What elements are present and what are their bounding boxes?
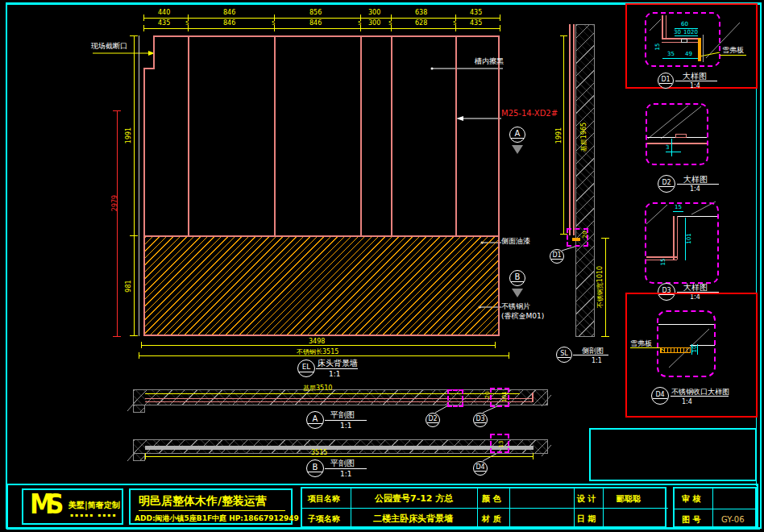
dim-text: 101 bbox=[502, 391, 508, 401]
detail-line bbox=[662, 38, 699, 39]
dim-text: 440 bbox=[158, 10, 170, 16]
detail-4-region bbox=[657, 310, 716, 377]
table-line bbox=[712, 488, 713, 530]
side-section-title-scale: 1:1 bbox=[592, 358, 602, 364]
plan-a-board bbox=[145, 398, 534, 399]
dim-text: 300 bbox=[368, 10, 380, 16]
dim-text: 5 bbox=[358, 21, 361, 27]
detail-line bbox=[662, 42, 699, 43]
plan-b-title-name: 平剖图 bbox=[330, 459, 355, 468]
panel-step-h bbox=[143, 68, 155, 69]
label-board: 雪弗板 bbox=[630, 340, 652, 347]
table-line bbox=[351, 488, 351, 530]
dim-text: 20 bbox=[691, 30, 698, 35]
dim-tick bbox=[130, 235, 138, 236]
field-project-label: 项目名称 bbox=[308, 495, 340, 503]
dim-line bbox=[671, 139, 672, 156]
logo-box: MS 美墅|简奢定制 ▪▪▪▪▪ ▪▪▪▪ bbox=[22, 488, 123, 525]
side-section-line bbox=[573, 24, 575, 235]
dim-tick bbox=[141, 342, 142, 348]
notes-box bbox=[589, 428, 757, 481]
panel-right bbox=[498, 35, 500, 336]
panel-step-v bbox=[153, 35, 155, 69]
detail-line bbox=[677, 216, 678, 260]
label-site-opening: 现场截断口 bbox=[91, 43, 127, 50]
dim-text: 300 bbox=[368, 20, 380, 27]
label-steel-sheet-2: (香槟金M01) bbox=[501, 313, 544, 320]
detail-4-scale: 1:4 bbox=[682, 399, 692, 405]
dim-text-total: 2979 bbox=[112, 195, 118, 211]
detail-2-name: 大样图 bbox=[683, 176, 708, 184]
title-underline bbox=[573, 355, 608, 355]
table-line bbox=[477, 488, 478, 530]
elevation-title-scale: 1:1 bbox=[329, 371, 340, 378]
callout-bubble-d2: D2 bbox=[426, 413, 440, 427]
dim-text: 35 bbox=[667, 52, 675, 57]
plan-b-title-scale: 1:1 bbox=[340, 471, 351, 478]
detail-steel-strip bbox=[698, 38, 701, 61]
dim-text: 638 bbox=[415, 10, 427, 16]
dim-text: 3 bbox=[666, 145, 669, 151]
field-fig-value: GY-06 bbox=[721, 516, 745, 524]
field-color-label: 颜 色 bbox=[482, 495, 500, 503]
dim-tick bbox=[500, 25, 500, 31]
side-section-line bbox=[569, 24, 571, 235]
detail-2-bubble: D2 bbox=[658, 175, 675, 193]
detail-line bbox=[658, 324, 714, 325]
fields-table: 项目名称 公园壹号7-12 方总 颜 色 设 计 郦聪聪 子项名称 二楼主卧床头… bbox=[301, 487, 666, 528]
detail-clip bbox=[675, 134, 687, 138]
dim-text: 15 bbox=[675, 205, 682, 210]
dim-text: 15 bbox=[655, 44, 661, 51]
dim-text: 846 bbox=[223, 20, 235, 27]
dim-text: 101 bbox=[687, 233, 692, 243]
panel-mullion bbox=[274, 37, 276, 235]
field-sub-value: 二楼主卧床头背景墙 bbox=[373, 514, 453, 523]
panel-mullion bbox=[360, 37, 362, 235]
callout-bubble-d4: D4 bbox=[473, 461, 488, 476]
dim-text: 435 bbox=[158, 20, 170, 27]
field-project-value: 公园壹号7-12 方总 bbox=[375, 494, 453, 503]
dim-text: 846 bbox=[309, 20, 322, 27]
plan-b-steel-plate bbox=[145, 446, 534, 450]
plan-a-title-scale: 1:1 bbox=[340, 422, 351, 430]
elevation-title-tag: EL bbox=[302, 363, 311, 371]
dim-text: 5 bbox=[388, 21, 392, 27]
section-marker-a: A bbox=[509, 127, 525, 143]
detail-3-name: 大样图 bbox=[683, 284, 708, 292]
field-audit-label: 审 核 bbox=[682, 495, 700, 503]
detail-4-name: 不锈钢收口大样图 bbox=[671, 389, 729, 396]
dim-text: 15 bbox=[661, 259, 666, 266]
field-design-value: 郦聪聪 bbox=[617, 495, 641, 503]
table-line bbox=[574, 488, 575, 530]
dim-line bbox=[143, 28, 500, 29]
dim-tick bbox=[601, 336, 609, 337]
label-code: M25-14-XD2# bbox=[501, 110, 558, 118]
callout-d3-label: D3 bbox=[475, 415, 484, 422]
dim-line bbox=[139, 355, 509, 356]
detail-1-scale: 1:4 bbox=[690, 83, 700, 89]
elevation-title-bubble: EL bbox=[297, 360, 315, 377]
field-sub-label: 子项名称 bbox=[308, 515, 340, 523]
dim-text: 不锈钢长3515 bbox=[297, 349, 338, 355]
plan-a-title-name: 平剖图 bbox=[330, 411, 355, 419]
dim-tick bbox=[509, 352, 509, 359]
dim-text: 5 bbox=[453, 21, 456, 27]
detail-line bbox=[662, 15, 663, 39]
dim-tick bbox=[145, 453, 146, 459]
dim-text: 981 bbox=[126, 280, 132, 292]
title-underline bbox=[677, 184, 719, 185]
dim-text: 435 bbox=[470, 20, 482, 27]
dim-tick bbox=[113, 336, 121, 337]
logo-dots: ▪▪▪▪▪ ▪▪▪▪ bbox=[70, 513, 118, 517]
dim-tick bbox=[533, 453, 534, 459]
plan-b-wall-return bbox=[133, 453, 145, 461]
side-section-title-name: 侧剖图 bbox=[582, 347, 604, 355]
dim-line bbox=[666, 152, 681, 152]
dim-text: 5 bbox=[272, 21, 275, 27]
dim-tick bbox=[143, 25, 144, 31]
detail-2-scale: 1:4 bbox=[690, 186, 700, 193]
company-box: 明邑居整体木作/整装运营 ADD:闽港小镇5座B1F中庭 HP:18667912… bbox=[129, 488, 293, 525]
detail-2-tag: D2 bbox=[662, 179, 671, 186]
plan-b-title-tag: B bbox=[313, 463, 318, 472]
detail-line bbox=[647, 143, 707, 144]
